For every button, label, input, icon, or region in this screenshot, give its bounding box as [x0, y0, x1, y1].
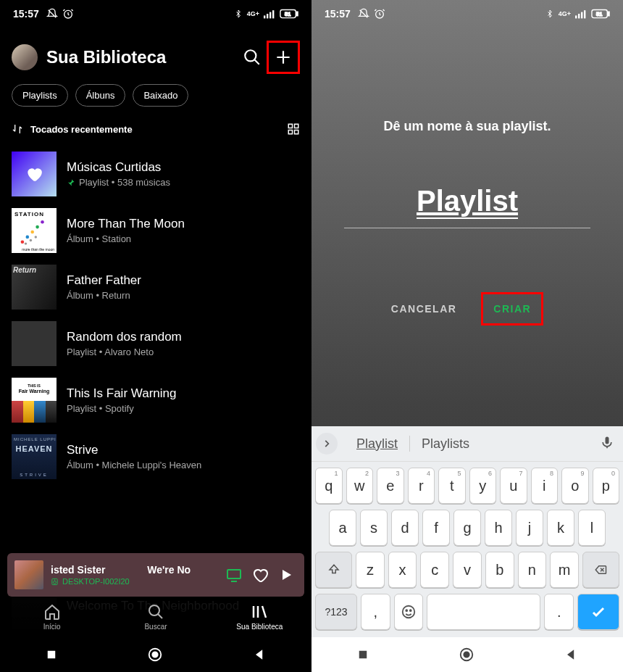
status-right-icons: 4G+ 51 [545, 8, 610, 20]
sort-row[interactable]: Tocados recentemente [0, 118, 312, 146]
key-t[interactable]: t5 [438, 468, 466, 504]
collapse-suggestions-button[interactable] [316, 433, 338, 455]
key-g[interactable]: g [453, 510, 481, 546]
key-l[interactable]: l [578, 510, 606, 546]
alarm-icon [62, 8, 74, 20]
signal-icon [575, 9, 587, 19]
emoji-icon [401, 604, 417, 620]
key-c[interactable]: c [420, 552, 449, 588]
key-a[interactable]: a [329, 510, 356, 546]
status-left-icons [46, 8, 74, 20]
period-key[interactable]: . [544, 594, 574, 630]
key-p[interactable]: p0 [593, 468, 620, 504]
playlist-name-input[interactable]: Playlist [417, 185, 518, 219]
enter-key[interactable] [577, 594, 619, 630]
back-button[interactable] [252, 647, 267, 662]
item-subtitle: Álbum • Station [67, 233, 185, 244]
svg-rect-40 [359, 651, 367, 659]
avatar[interactable] [12, 44, 38, 70]
svg-rect-4 [272, 10, 274, 18]
home-button[interactable] [147, 647, 163, 663]
space-key[interactable] [427, 594, 540, 630]
home-button[interactable] [459, 647, 474, 663]
add-button[interactable] [267, 41, 300, 74]
svg-point-20 [35, 236, 37, 238]
back-button[interactable] [564, 647, 578, 662]
filter-chips: Playlists Álbuns Baixado [0, 84, 312, 118]
symbols-key[interactable]: ?123 [315, 594, 357, 630]
key-h[interactable]: h [485, 510, 512, 546]
voice-input-button[interactable] [600, 435, 614, 452]
svg-point-39 [410, 610, 411, 611]
list-item[interactable]: Músicas Curtidas Playlist • 538 músicas [0, 146, 312, 202]
recent-apps-button[interactable] [45, 648, 58, 661]
svg-rect-31 [578, 14, 580, 18]
emoji-key[interactable] [394, 594, 424, 630]
key-b[interactable]: b [485, 552, 514, 588]
list-item[interactable]: Random dos random Playlist • Alvaro Neto [0, 315, 312, 372]
list-item[interactable]: Return Father Father Álbum • Return [0, 259, 312, 315]
key-f[interactable]: f [422, 510, 450, 546]
key-k[interactable]: k [547, 510, 574, 546]
key-m[interactable]: m [550, 552, 579, 588]
key-j[interactable]: j [516, 510, 543, 546]
tab-home[interactable]: Início [0, 597, 104, 637]
svg-point-13 [21, 241, 25, 244]
search-button[interactable] [242, 47, 262, 67]
cancel-button[interactable]: CANCELAR [391, 303, 457, 315]
comma-key[interactable]: , [361, 594, 390, 630]
backspace-key[interactable] [582, 552, 619, 588]
key-u[interactable]: u7 [500, 468, 527, 504]
play-icon [277, 566, 295, 584]
suggestion[interactable]: Playlist [345, 436, 409, 452]
key-s[interactable]: s [360, 510, 388, 546]
like-button[interactable] [249, 564, 271, 586]
key-q[interactable]: q1 [315, 468, 343, 504]
key-n[interactable]: n [518, 552, 547, 588]
battery-icon: 51 [591, 9, 610, 19]
recent-apps-button[interactable] [356, 648, 369, 661]
key-z[interactable]: z [356, 552, 385, 588]
shift-key[interactable] [315, 552, 352, 588]
key-v[interactable]: v [453, 552, 482, 588]
dialog-prompt: Dê um nome à sua playlist. [312, 119, 623, 134]
item-title: Father Father [67, 273, 141, 288]
list-item[interactable]: THIS IS Fair Warning This Is Fair Warnin… [0, 372, 312, 428]
key-r[interactable]: r4 [408, 468, 435, 504]
devices-button[interactable] [223, 564, 245, 586]
svg-point-8 [245, 50, 256, 61]
play-button[interactable] [275, 564, 297, 586]
svg-point-42 [464, 652, 469, 657]
now-playing-bar[interactable]: isted Sister We're No DESKTOP-I002I20 [7, 553, 304, 597]
key-i[interactable]: i8 [531, 468, 559, 504]
item-subtitle: Álbum • Michele Luppi's Heaven [67, 460, 201, 470]
grid-view-icon[interactable] [287, 123, 300, 136]
key-y[interactable]: y6 [469, 468, 497, 504]
chip-albums[interactable]: Álbuns [75, 84, 126, 107]
tab-library[interactable]: Sua Biblioteca [208, 597, 312, 637]
key-e[interactable]: e3 [377, 468, 404, 504]
list-item[interactable]: STATION more than the moon More Than The… [0, 202, 312, 259]
svg-rect-33 [584, 10, 585, 18]
svg-rect-6 [296, 12, 298, 16]
status-bar: 15:57 4G+ 51 [312, 0, 623, 25]
bottom-tabs: Início Buscar Sua Biblioteca [0, 597, 312, 637]
bluetooth-icon [234, 8, 243, 20]
list-item[interactable]: MICHELE LUPPI HEAVEN STRIVE Strive Álbum… [0, 428, 312, 485]
now-playing-art [14, 560, 43, 589]
alarm-icon [374, 8, 385, 20]
status-time: 15:57 [325, 8, 351, 20]
key-d[interactable]: d [391, 510, 419, 546]
chip-playlists[interactable]: Playlists [12, 84, 68, 107]
backspace-icon [593, 563, 609, 576]
chip-downloaded[interactable]: Baixado [133, 84, 188, 107]
check-icon [590, 603, 607, 621]
key-w[interactable]: w2 [346, 468, 374, 504]
key-x[interactable]: x [388, 552, 417, 588]
create-button[interactable]: CRIAR [481, 292, 543, 325]
tab-search[interactable]: Buscar [104, 597, 207, 637]
home-icon [43, 603, 61, 621]
suggestion[interactable]: Playlists [410, 436, 481, 452]
search-icon [243, 48, 262, 67]
key-o[interactable]: o9 [561, 468, 589, 504]
